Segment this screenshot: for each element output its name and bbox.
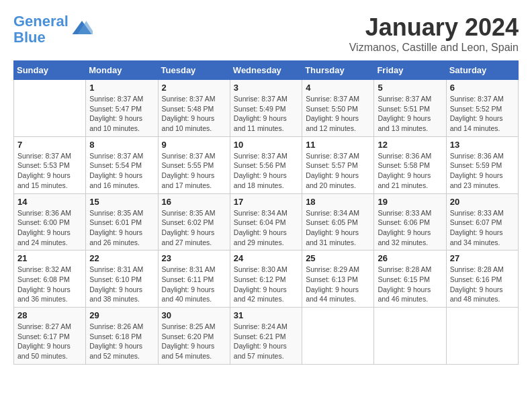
logo-icon: [71, 18, 93, 40]
day-info: Sunrise: 8:37 AM Sunset: 5:56 PM Dayligh…: [234, 151, 298, 191]
calendar-cell: 15Sunrise: 8:35 AM Sunset: 6:01 PM Dayli…: [86, 193, 158, 250]
day-number: 26: [378, 253, 442, 263]
day-number: 28: [17, 310, 82, 320]
day-number: 8: [89, 140, 154, 150]
day-number: 20: [450, 197, 515, 207]
day-info: Sunrise: 8:33 AM Sunset: 6:07 PM Dayligh…: [450, 208, 515, 248]
calendar-table: SundayMondayTuesdayWednesdayThursdayFrid…: [13, 60, 519, 365]
week-row-2: 7Sunrise: 8:37 AM Sunset: 5:53 PM Daylig…: [14, 136, 519, 193]
calendar-cell: 14Sunrise: 8:36 AM Sunset: 6:00 PM Dayli…: [14, 193, 86, 250]
day-number: 21: [17, 253, 82, 263]
day-number: 3: [234, 83, 298, 93]
calendar-cell: 19Sunrise: 8:33 AM Sunset: 6:06 PM Dayli…: [374, 193, 446, 250]
day-header-thursday: Thursday: [302, 61, 374, 80]
day-number: 12: [378, 140, 442, 150]
week-row-5: 28Sunrise: 8:27 AM Sunset: 6:17 PM Dayli…: [14, 308, 519, 365]
day-info: Sunrise: 8:37 AM Sunset: 5:48 PM Dayligh…: [162, 94, 226, 134]
day-info: Sunrise: 8:37 AM Sunset: 5:52 PM Dayligh…: [450, 94, 515, 134]
day-header-wednesday: Wednesday: [230, 61, 302, 80]
calendar-cell: 20Sunrise: 8:33 AM Sunset: 6:07 PM Dayli…: [446, 193, 518, 250]
day-info: Sunrise: 8:25 AM Sunset: 6:20 PM Dayligh…: [162, 322, 226, 361]
day-info: Sunrise: 8:37 AM Sunset: 5:47 PM Dayligh…: [89, 94, 154, 134]
day-number: 9: [162, 140, 226, 150]
calendar-cell: 26Sunrise: 8:28 AM Sunset: 6:15 PM Dayli…: [374, 250, 446, 308]
day-info: Sunrise: 8:36 AM Sunset: 6:00 PM Dayligh…: [17, 208, 82, 248]
day-info: Sunrise: 8:36 AM Sunset: 5:58 PM Dayligh…: [378, 151, 442, 191]
day-info: Sunrise: 8:24 AM Sunset: 6:21 PM Dayligh…: [234, 322, 298, 361]
calendar-cell: 28Sunrise: 8:27 AM Sunset: 6:17 PM Dayli…: [14, 308, 86, 365]
day-info: Sunrise: 8:30 AM Sunset: 6:12 PM Dayligh…: [234, 265, 298, 304]
day-info: Sunrise: 8:37 AM Sunset: 5:53 PM Dayligh…: [17, 151, 82, 191]
calendar-cell: 2Sunrise: 8:37 AM Sunset: 5:48 PM Daylig…: [158, 80, 230, 137]
calendar-cell: 6Sunrise: 8:37 AM Sunset: 5:52 PM Daylig…: [446, 80, 518, 137]
day-number: 4: [306, 83, 370, 93]
day-number: 18: [306, 197, 370, 207]
calendar-cell: [374, 308, 446, 365]
calendar-cell: 7Sunrise: 8:37 AM Sunset: 5:53 PM Daylig…: [14, 136, 86, 193]
calendar-cell: 5Sunrise: 8:37 AM Sunset: 5:51 PM Daylig…: [374, 80, 446, 137]
day-header-monday: Monday: [86, 61, 158, 80]
day-info: Sunrise: 8:31 AM Sunset: 6:10 PM Dayligh…: [89, 265, 154, 304]
day-info: Sunrise: 8:33 AM Sunset: 6:06 PM Dayligh…: [378, 208, 442, 248]
calendar-cell: 4Sunrise: 8:37 AM Sunset: 5:50 PM Daylig…: [302, 80, 374, 137]
day-number: 2: [162, 83, 226, 93]
day-info: Sunrise: 8:32 AM Sunset: 6:08 PM Dayligh…: [17, 265, 82, 304]
day-number: 24: [234, 253, 298, 263]
day-header-sunday: Sunday: [14, 61, 86, 80]
day-info: Sunrise: 8:27 AM Sunset: 6:17 PM Dayligh…: [17, 322, 82, 361]
calendar-cell: 27Sunrise: 8:28 AM Sunset: 6:16 PM Dayli…: [446, 250, 518, 308]
day-number: 7: [17, 140, 82, 150]
day-number: 27: [450, 253, 515, 263]
calendar-cell: 29Sunrise: 8:26 AM Sunset: 6:18 PM Dayli…: [86, 308, 158, 365]
day-header-tuesday: Tuesday: [158, 61, 230, 80]
day-header-saturday: Saturday: [446, 61, 518, 80]
day-number: 22: [89, 253, 154, 263]
day-info: Sunrise: 8:29 AM Sunset: 6:13 PM Dayligh…: [306, 265, 370, 304]
day-number: 10: [234, 140, 298, 150]
calendar-cell: 12Sunrise: 8:36 AM Sunset: 5:58 PM Dayli…: [374, 136, 446, 193]
day-info: Sunrise: 8:35 AM Sunset: 6:01 PM Dayligh…: [89, 208, 154, 248]
week-row-1: 1Sunrise: 8:37 AM Sunset: 5:47 PM Daylig…: [14, 80, 519, 137]
day-info: Sunrise: 8:37 AM Sunset: 5:51 PM Dayligh…: [378, 94, 442, 134]
day-info: Sunrise: 8:36 AM Sunset: 5:59 PM Dayligh…: [450, 151, 515, 191]
logo: General Blue: [13, 13, 93, 46]
calendar-cell: 8Sunrise: 8:37 AM Sunset: 5:54 PM Daylig…: [86, 136, 158, 193]
day-info: Sunrise: 8:35 AM Sunset: 6:02 PM Dayligh…: [162, 208, 226, 248]
day-number: 15: [89, 197, 154, 207]
calendar-cell: 13Sunrise: 8:36 AM Sunset: 5:59 PM Dayli…: [446, 136, 518, 193]
day-info: Sunrise: 8:31 AM Sunset: 6:11 PM Dayligh…: [162, 265, 226, 304]
day-number: 19: [378, 197, 442, 207]
calendar-cell: 21Sunrise: 8:32 AM Sunset: 6:08 PM Dayli…: [14, 250, 86, 308]
day-number: 5: [378, 83, 442, 93]
day-info: Sunrise: 8:37 AM Sunset: 5:50 PM Dayligh…: [306, 94, 370, 134]
day-number: 16: [162, 197, 226, 207]
header: General Blue January 2024 Vizmanos, Cast…: [13, 13, 519, 54]
day-info: Sunrise: 8:37 AM Sunset: 5:54 PM Dayligh…: [89, 151, 154, 191]
calendar-cell: [14, 80, 86, 137]
day-info: Sunrise: 8:26 AM Sunset: 6:18 PM Dayligh…: [89, 322, 154, 361]
title-area: January 2024 Vizmanos, Castille and Leon…: [349, 13, 519, 54]
calendar-cell: 3Sunrise: 8:37 AM Sunset: 5:49 PM Daylig…: [230, 80, 302, 137]
day-info: Sunrise: 8:37 AM Sunset: 5:49 PM Dayligh…: [234, 94, 298, 134]
calendar-cell: [302, 308, 374, 365]
day-number: 1: [89, 83, 154, 93]
calendar-cell: 1Sunrise: 8:37 AM Sunset: 5:47 PM Daylig…: [86, 80, 158, 137]
calendar-cell: 16Sunrise: 8:35 AM Sunset: 6:02 PM Dayli…: [158, 193, 230, 250]
location-subtitle: Vizmanos, Castille and Leon, Spain: [349, 42, 519, 54]
calendar-cell: 30Sunrise: 8:25 AM Sunset: 6:20 PM Dayli…: [158, 308, 230, 365]
calendar-cell: 24Sunrise: 8:30 AM Sunset: 6:12 PM Dayli…: [230, 250, 302, 308]
day-number: 13: [450, 140, 515, 150]
calendar-cell: 25Sunrise: 8:29 AM Sunset: 6:13 PM Dayli…: [302, 250, 374, 308]
week-row-3: 14Sunrise: 8:36 AM Sunset: 6:00 PM Dayli…: [14, 193, 519, 250]
day-number: 11: [306, 140, 370, 150]
day-number: 29: [89, 310, 154, 320]
day-info: Sunrise: 8:34 AM Sunset: 6:05 PM Dayligh…: [306, 208, 370, 248]
calendar-cell: 10Sunrise: 8:37 AM Sunset: 5:56 PM Dayli…: [230, 136, 302, 193]
day-info: Sunrise: 8:28 AM Sunset: 6:15 PM Dayligh…: [378, 265, 442, 304]
day-info: Sunrise: 8:37 AM Sunset: 5:57 PM Dayligh…: [306, 151, 370, 191]
day-number: 30: [162, 310, 226, 320]
day-number: 25: [306, 253, 370, 263]
calendar-cell: 22Sunrise: 8:31 AM Sunset: 6:10 PM Dayli…: [86, 250, 158, 308]
day-number: 14: [17, 197, 82, 207]
month-title: January 2024: [349, 13, 519, 42]
